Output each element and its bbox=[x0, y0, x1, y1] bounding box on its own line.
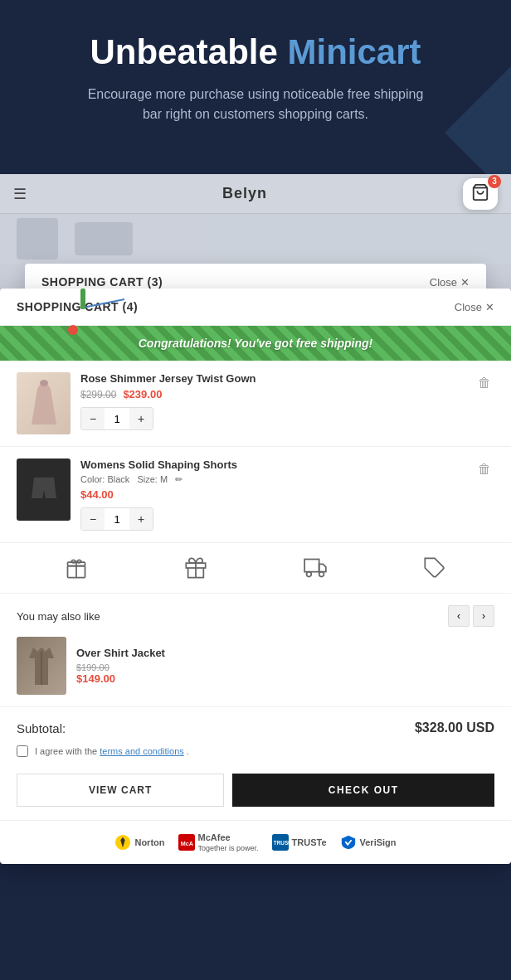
bg-product-2 bbox=[75, 222, 133, 255]
shorts-price-row: $44.00 bbox=[80, 488, 465, 501]
hero-section: Unbeatable Minicart Encourage more purch… bbox=[0, 0, 511, 174]
product-details-gown: Rose Shimmer Jersey Twist Gown $299.00 $… bbox=[80, 372, 465, 430]
edit-size-icon[interactable]: ✏ bbox=[175, 474, 182, 484]
congrats-text: Congratulations! You've got free shippin… bbox=[139, 337, 373, 350]
truste-label: TRUSTe bbox=[292, 837, 327, 847]
action-buttons: VIEW CART CHECK OUT bbox=[0, 767, 511, 820]
rec-item: Over Shirt Jacket $199.00 $149.00 bbox=[17, 637, 494, 695]
product-thumb-gown bbox=[17, 372, 71, 434]
trust-badges: Norton McA McAfeeTogether is power. TRUS… bbox=[0, 820, 511, 864]
gift-wrap-icon bbox=[65, 556, 88, 580]
shorts-qty-decrease[interactable]: − bbox=[81, 508, 105, 530]
coupon-icon bbox=[423, 556, 446, 580]
nav-logo: Belyn bbox=[222, 185, 267, 202]
shorts-qty-increase[interactable]: + bbox=[129, 508, 153, 530]
rec-item-name: Over Shirt Jacket bbox=[76, 647, 494, 659]
mockup-wrapper: ☰ Belyn 3 SHOPPING CART (3) Close bbox=[0, 174, 511, 844]
hero-title-bold: Unbeatable bbox=[90, 32, 277, 71]
cart-back-title: SHOPPING CART (3) bbox=[41, 275, 163, 289]
hero-title-accent: Minicart bbox=[288, 32, 421, 71]
terms-text: I agree with the terms and conditions . bbox=[35, 746, 189, 756]
svg-text:McA: McA bbox=[180, 840, 193, 847]
subtotal-row: Subtotal: $328.00 USD bbox=[0, 707, 511, 742]
verisign-label: VeriSign bbox=[360, 837, 397, 847]
close-x-icon-front: ✕ bbox=[485, 301, 494, 313]
gown-price-row: $299.00 $239.00 bbox=[80, 388, 465, 400]
close-x-icon: ✕ bbox=[460, 276, 470, 289]
terms-link[interactable]: terms and conditions bbox=[100, 746, 184, 756]
checkout-button[interactable]: CHECK OUT bbox=[232, 774, 494, 807]
shorts-qty-input[interactable] bbox=[105, 513, 129, 526]
delivery-icon bbox=[304, 556, 327, 580]
rec-price-original: $199.00 bbox=[76, 662, 494, 672]
view-cart-button[interactable]: VIEW CART bbox=[17, 774, 224, 807]
cart-icon bbox=[471, 183, 489, 201]
rec-info: Over Shirt Jacket $199.00 $149.00 bbox=[76, 647, 494, 685]
hamburger-menu[interactable]: ☰ bbox=[13, 185, 27, 203]
product-thumb-shorts bbox=[17, 458, 71, 521]
hero-subtitle: Encourage more purchase using noticeable… bbox=[81, 85, 430, 124]
norton-badge: Norton bbox=[114, 834, 164, 851]
coupon-feature[interactable] bbox=[423, 556, 446, 580]
cart-front-title: SHOPPING CART (4) bbox=[17, 300, 138, 313]
decorative-triangle bbox=[445, 66, 511, 174]
recommendations-section: You may also like ‹ › Over Shirt Ja bbox=[0, 594, 511, 707]
jacket-silhouette bbox=[25, 643, 58, 689]
product-item-shorts: Womens Solid Shaping Shorts Color: Black… bbox=[0, 447, 511, 543]
truste-badge: TRUSte TRUSTe bbox=[272, 834, 327, 851]
svg-point-12 bbox=[319, 572, 324, 577]
cart-front-close[interactable]: Close ✕ bbox=[455, 301, 494, 313]
bg-products-area bbox=[0, 214, 511, 264]
product-name-gown: Rose Shimmer Jersey Twist Gown bbox=[80, 372, 465, 385]
gift-feature[interactable] bbox=[184, 556, 207, 580]
product-name-shorts: Womens Solid Shaping Shorts bbox=[80, 458, 465, 471]
gown-qty-input[interactable] bbox=[105, 413, 129, 425]
gown-price-original: $299.00 bbox=[80, 389, 116, 400]
subtotal-label: Subtotal: bbox=[17, 721, 66, 735]
cart-badge: 3 bbox=[488, 175, 501, 188]
gown-qty-increase[interactable]: + bbox=[129, 408, 153, 429]
delete-shorts-button[interactable]: 🗑 bbox=[474, 458, 494, 480]
cart-icon-wrapper[interactable]: 3 bbox=[463, 178, 498, 210]
gift-wrap-feature[interactable] bbox=[65, 556, 88, 580]
svg-rect-10 bbox=[304, 560, 319, 572]
rec-thumb-jacket bbox=[17, 637, 66, 695]
rec-next-button[interactable]: › bbox=[473, 605, 494, 627]
svg-point-16 bbox=[122, 839, 125, 842]
gown-qty-decrease[interactable]: − bbox=[81, 408, 105, 429]
subtotal-value: $328.00 USD bbox=[415, 720, 494, 735]
shorts-meta: Color: Black Size: M ✏ bbox=[80, 474, 465, 485]
product-details-shorts: Womens Solid Shaping Shorts Color: Black… bbox=[80, 458, 465, 531]
cart-panels-area: SHOPPING CART (3) Close ✕ Almost there, … bbox=[0, 264, 511, 844]
features-row bbox=[0, 543, 511, 594]
verisign-badge: VeriSign bbox=[340, 834, 397, 851]
rec-prev-button[interactable]: ‹ bbox=[448, 605, 470, 627]
terms-checkbox[interactable] bbox=[17, 745, 28, 757]
nav-bar: ☰ Belyn 3 bbox=[0, 174, 511, 214]
product-item-gown: Rose Shimmer Jersey Twist Gown $299.00 $… bbox=[0, 361, 511, 447]
rec-header: You may also like ‹ › bbox=[17, 605, 494, 627]
shipping-bar-green: Congratulations! You've got free shippin… bbox=[0, 326, 511, 361]
mcafee-label: McAfeeTogether is power. bbox=[198, 832, 259, 852]
rec-nav: ‹ › bbox=[448, 605, 494, 627]
gown-price-sale: $239.00 bbox=[123, 388, 162, 400]
dress-silhouette bbox=[27, 379, 61, 429]
verisign-icon bbox=[340, 834, 357, 851]
bg-product-1 bbox=[17, 218, 58, 260]
delete-gown-button[interactable]: 🗑 bbox=[474, 372, 494, 394]
shorts-price: $44.00 bbox=[80, 488, 114, 501]
svg-text:TRUSte: TRUSte bbox=[273, 840, 288, 846]
cart-panel-front: SHOPPING CART (4) Close ✕ Congratulation… bbox=[0, 289, 511, 864]
gift-icon bbox=[184, 556, 207, 580]
nav-icons: 3 bbox=[463, 178, 498, 210]
shorts-qty-control: − + bbox=[80, 507, 153, 531]
mcafee-badge: McA McAfeeTogether is power. bbox=[178, 832, 259, 852]
terms-row: I agree with the terms and conditions . bbox=[0, 742, 511, 767]
hero-title: Unbeatable Minicart bbox=[50, 33, 461, 71]
cart-front-header: SHOPPING CART (4) Close ✕ bbox=[0, 289, 511, 326]
svg-point-4 bbox=[40, 380, 48, 386]
cart-back-close[interactable]: Close ✕ bbox=[430, 276, 470, 289]
shorts-silhouette bbox=[27, 473, 61, 507]
truste-icon: TRUSte bbox=[272, 834, 289, 851]
delivery-feature[interactable] bbox=[304, 556, 327, 580]
